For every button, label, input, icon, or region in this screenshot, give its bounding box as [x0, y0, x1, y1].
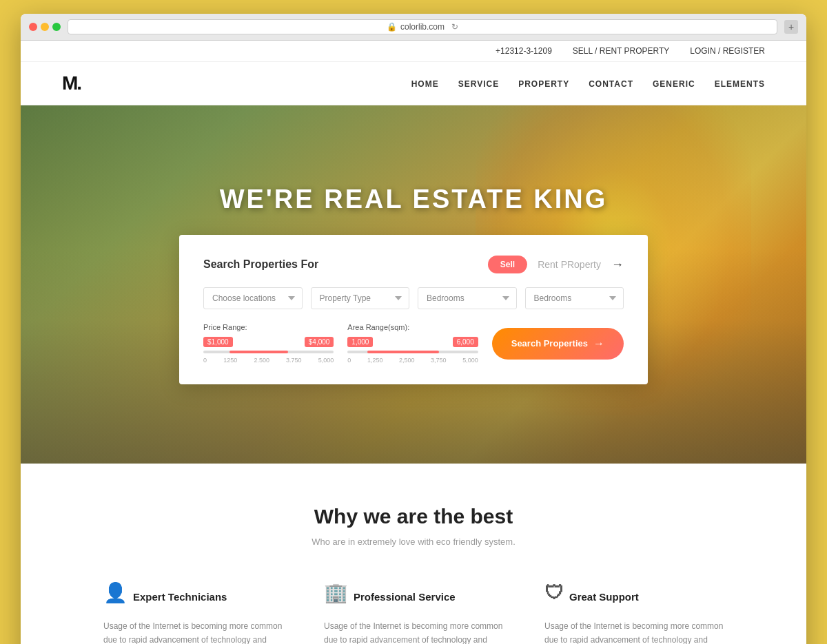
maximize-dot[interactable]	[52, 23, 61, 31]
nav-link-service[interactable]: SERVICE	[458, 79, 499, 89]
why-subtitle: Who are in extremely love with eco frien…	[76, 537, 751, 547]
area-max-badge: 6,000	[453, 337, 478, 347]
area-range-label: Area Range(sqm):	[347, 323, 478, 331]
browser-chrome: 🔒 colorlib.com ↻ +	[21, 14, 806, 41]
feature-desc-2: Usage of the Internet is becoming more c…	[544, 619, 724, 644]
area-tick-3: 3,750	[431, 357, 447, 364]
search-panel-header: Search Properties For Sell Rent PRoperty…	[203, 256, 624, 273]
features-grid: 👤 Expert Technicians Usage of the Intern…	[76, 581, 751, 644]
property-type-dropdown[interactable]: Property Type	[311, 287, 410, 309]
login-register-link[interactable]: LOGIN / REGISTER	[690, 46, 765, 56]
area-tick-2: 2,500	[399, 357, 415, 364]
search-panel: Search Properties For Sell Rent PRoperty…	[179, 235, 648, 384]
feature-item-1: 🏢 Professional Service Usage of the Inte…	[324, 581, 503, 644]
feature-desc-0: Usage of the Internet is becoming more c…	[103, 619, 283, 644]
nav-link-elements[interactable]: ELEMENTS	[715, 79, 765, 89]
why-section: Why we are the best Who are in extremely…	[21, 464, 806, 644]
nav-links: HOME SERVICE PROPERTY CONTACT GENERIC EL…	[411, 77, 765, 90]
minimize-dot[interactable]	[41, 23, 49, 31]
nav-link-property[interactable]: PROPERTY	[518, 79, 569, 89]
website-content: +12312-3-1209 SELL / RENT PROPERTY LOGIN…	[21, 41, 806, 644]
rent-button[interactable]: Rent PRoperty	[538, 259, 601, 270]
feature-desc-1: Usage of the Internet is becoming more c…	[324, 619, 503, 644]
hero-content: WE'RE REAL ESTATE KING Search Properties…	[21, 164, 806, 405]
nav-item-home[interactable]: HOME	[411, 77, 439, 90]
area-range-group: Area Range(sqm): 1,000 6,000 0 1,250	[347, 323, 478, 364]
url-text: colorlib.com	[400, 22, 445, 32]
refresh-icon[interactable]: ↻	[451, 22, 458, 32]
area-min-badge: 1,000	[347, 337, 373, 347]
nav-item-generic[interactable]: GENERIC	[653, 77, 695, 90]
search-dropdowns: Choose locations Property Type Bedrooms …	[203, 287, 624, 309]
browser-dots	[29, 23, 61, 31]
price-tick-2: 2.500	[254, 357, 269, 364]
price-tick-1: 1250	[223, 357, 237, 364]
feature-item-0: 👤 Expert Technicians Usage of the Intern…	[103, 581, 283, 644]
price-range-label: Price Range:	[203, 323, 334, 331]
address-bar[interactable]: 🔒 colorlib.com ↻	[68, 19, 777, 34]
support-icon: 🛡	[544, 581, 564, 604]
site-logo[interactable]: M.	[62, 72, 81, 94]
top-bar: +12312-3-1209 SELL / RENT PROPERTY LOGIN…	[21, 41, 806, 62]
nav-link-generic[interactable]: GENERIC	[653, 79, 695, 89]
sell-button[interactable]: Sell	[488, 256, 527, 273]
bedrooms-dropdown[interactable]: Bedrooms	[418, 287, 517, 309]
range-search-row: Price Range: $1,000 $4,000 0 1250	[203, 323, 624, 364]
area-range-ticks: 0 1,250 2,500 3,750 5,000	[347, 357, 478, 364]
price-range-ticks: 0 1250 2.500 3.750 5,000	[203, 357, 334, 364]
search-arrow-button[interactable]: →	[611, 258, 624, 272]
area-tick-1: 1,250	[367, 357, 383, 364]
nav-link-contact[interactable]: CONTACT	[589, 79, 633, 89]
location-dropdown[interactable]: Choose locations	[203, 287, 303, 309]
nav-item-service[interactable]: SERVICE	[458, 77, 499, 90]
price-range-group: Price Range: $1,000 $4,000 0 1250	[203, 323, 334, 364]
phone-number: +12312-3-1209	[496, 46, 552, 56]
feature-title-1: 🏢 Professional Service	[324, 581, 503, 612]
area-tick-0: 0	[347, 357, 351, 364]
expert-icon: 👤	[103, 581, 127, 604]
new-tab-button[interactable]: +	[784, 20, 798, 34]
feature-title-label-2: Great Support	[569, 591, 639, 603]
main-nav: M. HOME SERVICE PROPERTY CONTACT GENERIC…	[21, 62, 806, 105]
price-tick-0: 0	[203, 357, 207, 364]
sell-rent-link[interactable]: SELL / RENT PROPERTY	[573, 46, 670, 56]
browser-window: 🔒 colorlib.com ↻ + +12312-3-1209 SELL / …	[21, 14, 806, 644]
nav-item-elements[interactable]: ELEMENTS	[715, 77, 765, 90]
lock-icon: 🔒	[387, 22, 397, 32]
hero-title: WE'RE REAL ESTATE KING	[220, 185, 608, 214]
area-tick-4: 5,000	[462, 357, 478, 364]
price-min-badge: $1,000	[203, 337, 233, 347]
professional-icon: 🏢	[324, 581, 348, 604]
feature-title-label-1: Professional Service	[354, 591, 456, 603]
hero-section: WE'RE REAL ESTATE KING Search Properties…	[21, 105, 806, 464]
area-range-fill	[367, 351, 439, 353]
search-btn-arrow-icon: →	[593, 337, 604, 350]
price-tick-3: 3.750	[286, 357, 302, 364]
price-range-track[interactable]	[203, 351, 334, 353]
nav-item-property[interactable]: PROPERTY	[518, 77, 569, 90]
area-range-track[interactable]	[347, 351, 478, 353]
close-dot[interactable]	[29, 23, 37, 31]
search-properties-button[interactable]: Search Properties →	[492, 328, 624, 360]
price-range-values: $1,000 $4,000	[203, 337, 334, 347]
price-tick-4: 5,000	[318, 357, 334, 364]
area-range-values: 1,000 6,000	[347, 337, 478, 347]
bedrooms-dropdown-2[interactable]: Bedrooms	[525, 287, 624, 309]
price-max-badge: $4,000	[305, 337, 334, 347]
feature-item-2: 🛡 Great Support Usage of the Internet is…	[544, 581, 724, 644]
feature-title-0: 👤 Expert Technicians	[103, 581, 283, 612]
search-panel-title: Search Properties For	[203, 258, 478, 271]
feature-title-2: 🛡 Great Support	[544, 581, 724, 612]
price-range-fill	[229, 351, 288, 353]
nav-item-contact[interactable]: CONTACT	[589, 77, 633, 90]
nav-link-home[interactable]: HOME	[411, 79, 439, 89]
search-btn-label: Search Properties	[511, 338, 588, 349]
feature-title-label-0: Expert Technicians	[133, 591, 227, 603]
why-title: Why we are the best	[76, 505, 751, 528]
